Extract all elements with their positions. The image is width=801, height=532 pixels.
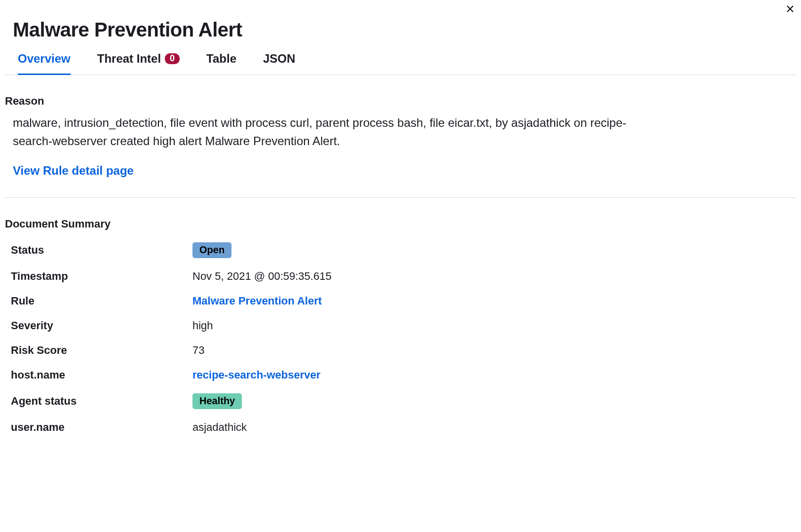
tabs: Overview Threat Intel 0 Table JSON — [5, 52, 796, 75]
document-summary-heading: Document Summary — [5, 218, 796, 230]
page-title: Malware Prevention Alert — [13, 19, 796, 41]
tab-table[interactable]: Table — [206, 52, 236, 75]
document-summary-section: Document Summary Status Open Timestamp N… — [5, 218, 796, 440]
reason-heading: Reason — [5, 95, 796, 108]
summary-value-agent-status: Healthy — [192, 393, 242, 409]
summary-row-agent-status: Agent status Healthy — [5, 387, 796, 415]
summary-value-risk-score: 73 — [192, 344, 204, 357]
summary-key-severity: Severity — [11, 319, 192, 332]
summary-key-risk-score: Risk Score — [11, 344, 192, 357]
summary-row-status: Status Open — [5, 236, 796, 264]
summary-key-agent-status: Agent status — [11, 395, 192, 408]
tab-overview[interactable]: Overview — [18, 52, 71, 75]
summary-value-user-name: asjadathick — [192, 421, 247, 434]
summary-value-status: Open — [192, 242, 231, 258]
summary-row-user-name: user.name asjadathick — [5, 415, 796, 440]
summary-key-user-name: user.name — [11, 421, 192, 434]
summary-key-status: Status — [11, 244, 192, 257]
summary-key-host-name: host.name — [11, 369, 192, 381]
tab-label: Table — [206, 52, 236, 66]
reason-section: Reason malware, intrusion_detection, fil… — [5, 95, 796, 178]
divider — [5, 197, 796, 198]
tab-json[interactable]: JSON — [263, 52, 295, 75]
close-icon — [786, 5, 794, 13]
tab-threat-intel[interactable]: Threat Intel 0 — [97, 52, 180, 75]
summary-key-rule: Rule — [11, 295, 192, 307]
close-button[interactable] — [784, 3, 796, 15]
summary-value-severity: high — [192, 319, 213, 332]
tab-label: Threat Intel — [97, 52, 161, 66]
view-rule-detail-link[interactable]: View Rule detail page — [13, 164, 134, 177]
summary-value-rule-link[interactable]: Malware Prevention Alert — [192, 295, 322, 307]
tab-label: JSON — [263, 52, 295, 66]
summary-row-rule: Rule Malware Prevention Alert — [5, 289, 796, 313]
tab-label: Overview — [18, 52, 71, 66]
summary-value-timestamp: Nov 5, 2021 @ 00:59:35.615 — [192, 270, 332, 283]
summary-value-host-name-link[interactable]: recipe-search-webserver — [192, 369, 320, 381]
summary-row-host-name: host.name recipe-search-webserver — [5, 363, 796, 387]
summary-row-timestamp: Timestamp Nov 5, 2021 @ 00:59:35.615 — [5, 264, 796, 289]
threat-intel-count-badge: 0 — [165, 53, 180, 65]
summary-row-severity: Severity high — [5, 313, 796, 338]
summary-key-timestamp: Timestamp — [11, 270, 192, 283]
summary-row-risk-score: Risk Score 73 — [5, 338, 796, 363]
agent-status-badge: Healthy — [192, 393, 242, 409]
status-badge: Open — [192, 242, 231, 258]
reason-text: malware, intrusion_detection, file event… — [13, 114, 654, 150]
